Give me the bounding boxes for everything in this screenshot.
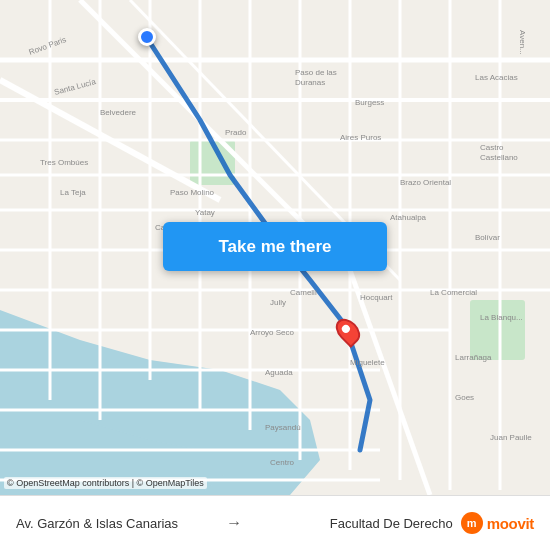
- svg-text:Arroyo Seco: Arroyo Seco: [250, 328, 295, 337]
- svg-text:Burgess: Burgess: [355, 98, 384, 107]
- svg-text:Las Acacias: Las Acacias: [475, 73, 518, 82]
- origin-marker: [138, 28, 156, 46]
- svg-text:Belvedere: Belvedere: [100, 108, 137, 117]
- svg-text:Hocquart: Hocquart: [360, 293, 393, 302]
- svg-text:Prado: Prado: [225, 128, 247, 137]
- map-container: Rovo Paris Santa Lucía Belvedere Tres Om…: [0, 0, 550, 495]
- svg-text:Camelll: Camelll: [290, 288, 317, 297]
- svg-text:Atahualpa: Atahualpa: [390, 213, 427, 222]
- svg-text:Aguada: Aguada: [265, 368, 293, 377]
- svg-text:Centro: Centro: [270, 458, 295, 467]
- svg-text:Paysandú: Paysandú: [265, 423, 301, 432]
- svg-text:Aven...: Aven...: [518, 30, 527, 55]
- route-arrow-icon: →: [226, 514, 242, 532]
- svg-text:Juan Paulle: Juan Paulle: [490, 433, 532, 442]
- bottom-bar: Av. Garzón & Islas Canarias → Facultad D…: [0, 495, 550, 550]
- svg-text:Castro: Castro: [480, 143, 504, 152]
- moovit-brand-text: moovit: [487, 515, 534, 532]
- svg-text:Paso de las: Paso de las: [295, 68, 337, 77]
- moovit-icon: m: [461, 512, 483, 534]
- svg-text:Larrañaga: Larrañaga: [455, 353, 492, 362]
- svg-rect-4: [470, 300, 525, 360]
- svg-text:La Blanqu...: La Blanqu...: [480, 313, 523, 322]
- svg-text:Castellano: Castellano: [480, 153, 518, 162]
- svg-text:La Teja: La Teja: [60, 188, 86, 197]
- svg-text:Aires Puros: Aires Puros: [340, 133, 381, 142]
- svg-text:Bolívar: Bolívar: [475, 233, 500, 242]
- svg-text:La Comercial: La Comercial: [430, 288, 477, 297]
- moovit-logo: m moovit: [461, 512, 534, 534]
- route-to-label: Facultad De Derecho: [250, 516, 452, 531]
- svg-text:Tres Ombúes: Tres Ombúes: [40, 158, 88, 167]
- svg-text:Yatay: Yatay: [195, 208, 215, 217]
- svg-text:Jully: Jully: [270, 298, 286, 307]
- take-me-there-button[interactable]: Take me there: [163, 222, 387, 271]
- svg-text:Paso Molino: Paso Molino: [170, 188, 215, 197]
- route-from-label: Av. Garzón & Islas Canarias: [16, 516, 218, 531]
- svg-text:Duranas: Duranas: [295, 78, 325, 87]
- svg-text:Goes: Goes: [455, 393, 474, 402]
- svg-text:Miguelete: Miguelete: [350, 358, 385, 367]
- svg-text:Brazo Oriental: Brazo Oriental: [400, 178, 451, 187]
- map-attribution: © OpenStreetMap contributors | © OpenMap…: [4, 477, 207, 489]
